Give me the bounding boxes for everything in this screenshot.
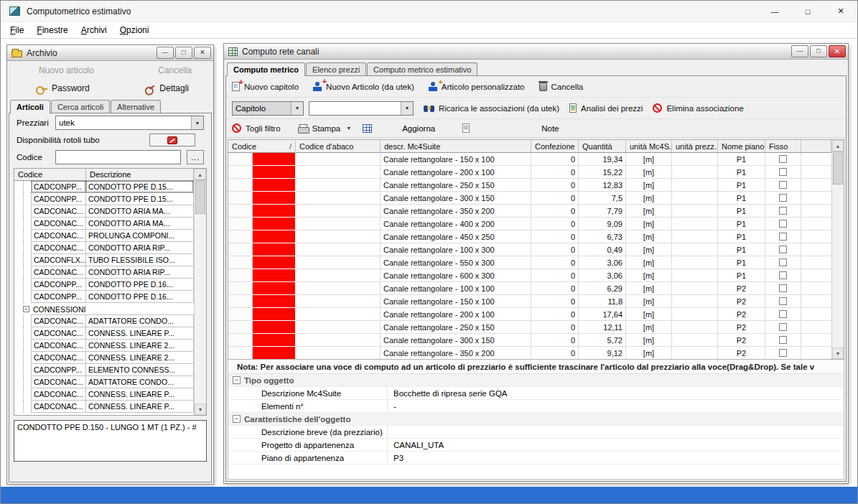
nome-piano-cell[interactable]: P1 <box>718 166 765 179</box>
disponibilita-button[interactable] <box>149 134 195 146</box>
list-header-codice[interactable]: Codice <box>14 169 86 181</box>
menu-archivi[interactable]: Archivi <box>75 23 113 37</box>
codice-abaco-cell[interactable] <box>296 295 381 308</box>
property-row[interactable]: Descrizione breve (da prezziario) <box>228 426 844 439</box>
confezione-cell[interactable]: 0 <box>531 308 579 321</box>
nome-piano-cell[interactable]: P2 <box>718 347 765 359</box>
archivio-titlebar[interactable]: Archivio — □ ✕ <box>7 45 213 61</box>
property-value[interactable]: - <box>388 402 844 411</box>
descr-cell[interactable]: Canale rettangolare - 300 x 150 <box>381 192 531 205</box>
nome-piano-cell[interactable]: P1 <box>718 269 765 282</box>
maximize-button[interactable]: □ <box>791 1 824 22</box>
fisso-cell[interactable] <box>765 230 801 243</box>
unita-mc4s-cell[interactable]: [m] <box>626 153 672 166</box>
stampa-button[interactable]: Stampa ▼ <box>298 124 352 133</box>
analisi-prezzi-button[interactable]: Analisi dei prezzi <box>569 103 643 113</box>
list-item[interactable]: CADCONAC...ADATTATORE CONDO... <box>14 376 194 388</box>
unita-mc4s-cell[interactable]: [m] <box>626 192 672 205</box>
note-icon[interactable] <box>462 123 470 133</box>
scrollbar-track[interactable] <box>832 185 844 347</box>
descr-cell[interactable]: Canale rettangolare - 250 x 150 <box>381 179 531 192</box>
fisso-checkbox[interactable] <box>779 155 787 163</box>
quantita-cell[interactable]: 5,72 <box>579 334 626 347</box>
descr-cell[interactable]: Canale rettangolare - 550 x 300 <box>381 256 531 269</box>
unita-mc4s-cell[interactable]: [m] <box>626 243 672 256</box>
codice-cell[interactable] <box>253 269 296 282</box>
property-value[interactable]: Bocchette di ripresa serie GQA <box>388 389 844 398</box>
col-header-quantita[interactable]: Quantità <box>579 140 626 153</box>
confezione-cell[interactable]: 0 <box>531 243 579 256</box>
collapse-icon[interactable]: − <box>233 415 241 423</box>
codice-cell[interactable] <box>253 295 296 308</box>
row-selector[interactable] <box>228 308 253 321</box>
list-item[interactable]: CADCONFLX...TUBO FLESSIBILE ISO... <box>14 254 194 266</box>
codice-cell[interactable] <box>253 205 296 218</box>
unita-mc4s-cell[interactable]: [m] <box>626 321 672 334</box>
archivio-close-button[interactable]: ✕ <box>194 47 211 59</box>
articoli-scrollbar[interactable]: ▼ <box>194 181 206 415</box>
list-header-descrizione[interactable]: Descrizione <box>86 169 194 181</box>
quantita-cell[interactable]: 19,34 <box>579 153 626 166</box>
prezziari-combo[interactable]: utek ▼ <box>55 116 204 130</box>
fisso-cell[interactable] <box>765 166 801 179</box>
tab-cerca-articoli[interactable]: Cerca articoli <box>51 100 110 113</box>
quantita-cell[interactable]: 9,09 <box>579 218 626 230</box>
row-selector[interactable] <box>228 192 253 205</box>
quantita-cell[interactable]: 3,06 <box>579 269 626 282</box>
descr-cell[interactable]: Canale rettangolare - 150 x 100 <box>381 295 531 308</box>
unita-mc4s-cell[interactable]: [m] <box>626 269 672 282</box>
nome-piano-cell[interactable]: P1 <box>718 192 765 205</box>
row-selector[interactable] <box>228 269 253 282</box>
chevron-down-icon[interactable]: ▼ <box>401 102 413 115</box>
confezione-cell[interactable]: 0 <box>531 153 579 166</box>
row-selector[interactable] <box>228 282 253 295</box>
fisso-checkbox[interactable] <box>779 284 787 292</box>
codice-cell[interactable] <box>253 179 296 192</box>
codice-cell[interactable] <box>253 256 296 269</box>
fisso-cell[interactable] <box>765 153 801 166</box>
nome-piano-cell[interactable]: P2 <box>718 334 765 347</box>
unita-mc4s-cell[interactable]: [m] <box>626 334 672 347</box>
scrollbar-thumb[interactable] <box>195 181 205 214</box>
unita-prezz-cell[interactable] <box>672 321 718 334</box>
tab-elenco-prezzi[interactable]: Elenco prezzi <box>306 62 366 75</box>
quantita-cell[interactable]: 11,8 <box>579 295 626 308</box>
table-icon[interactable] <box>363 124 372 133</box>
row-selector[interactable] <box>228 243 253 256</box>
codice-cell[interactable] <box>253 218 296 230</box>
chevron-down-icon[interactable]: ▼ <box>346 126 351 131</box>
nome-piano-cell[interactable]: P1 <box>718 243 765 256</box>
col-header-confezione[interactable]: Confezione <box>531 140 579 153</box>
fisso-checkbox[interactable] <box>779 168 787 176</box>
quantita-cell[interactable]: 3,06 <box>579 256 626 269</box>
tab-computo-metrico[interactable]: Computo metrico <box>227 62 305 76</box>
unita-prezz-cell[interactable] <box>672 218 718 230</box>
confezione-cell[interactable]: 0 <box>531 269 579 282</box>
property-value[interactable]: P3 <box>388 454 844 462</box>
unita-mc4s-cell[interactable]: [m] <box>626 256 672 269</box>
scroll-down-icon[interactable]: ▼ <box>195 403 206 415</box>
col-header-descr-mc4suite[interactable]: descr. Mc4Suite <box>381 140 531 153</box>
collapse-icon[interactable]: − <box>233 376 241 384</box>
unita-mc4s-cell[interactable]: [m] <box>626 166 672 179</box>
list-item[interactable]: CADCONAC...CONDOTTO ARIA RIP... <box>14 242 194 254</box>
codice-abaco-cell[interactable] <box>296 308 381 321</box>
codice-abaco-cell[interactable] <box>296 218 381 230</box>
unita-mc4s-cell[interactable]: [m] <box>626 308 672 321</box>
row-selector[interactable] <box>228 321 253 334</box>
computo-close-button[interactable]: ✕ <box>829 45 846 57</box>
list-item[interactable]: CADCONAC...CONDOTTO ARIA MA... <box>14 218 194 230</box>
list-item[interactable]: CADCONPP...CONDOTTO PPE D.15... <box>14 181 194 193</box>
confezione-cell[interactable]: 0 <box>531 205 579 218</box>
fisso-checkbox[interactable] <box>779 181 787 189</box>
unita-mc4s-cell[interactable]: [m] <box>626 218 672 230</box>
property-row[interactable]: Descrizione Mc4SuiteBocchette di ripresa… <box>228 387 844 400</box>
col-header-nome-piano[interactable]: Nome piano <box>718 140 765 153</box>
fisso-cell[interactable] <box>765 308 801 321</box>
quantita-cell[interactable]: 15,22 <box>579 166 626 179</box>
descr-cell[interactable]: Canale rettangolare - 300 x 150 <box>381 334 531 347</box>
codice-cell[interactable] <box>253 192 296 205</box>
fisso-checkbox[interactable] <box>779 246 787 253</box>
ricarica-associazioni-button[interactable]: Ricarica le associazioni (da utek) <box>424 104 559 113</box>
codice-input[interactable] <box>55 150 181 164</box>
